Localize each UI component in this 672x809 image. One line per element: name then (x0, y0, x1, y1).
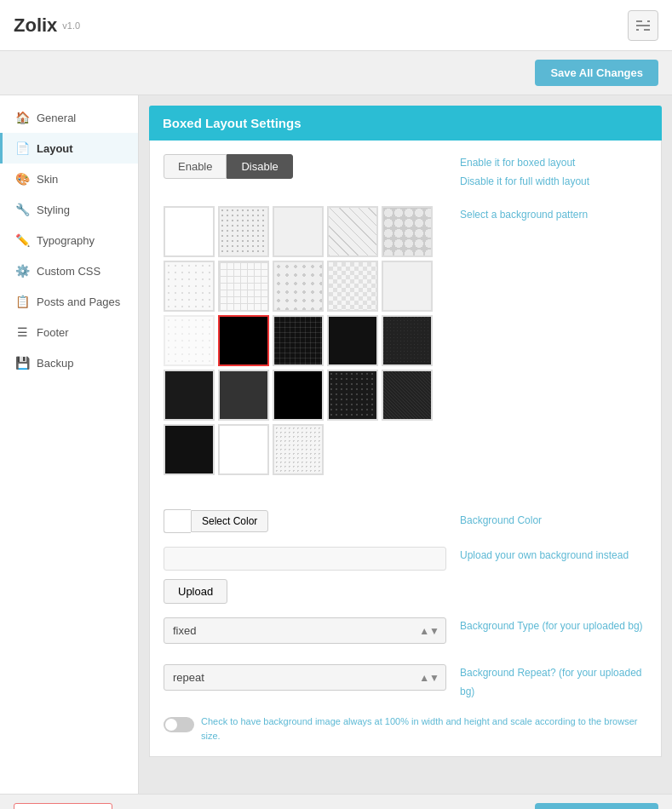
footer-icon: ☰ (14, 324, 30, 340)
pattern-empty[interactable] (164, 206, 215, 257)
select-color-button[interactable]: Select Color (191, 510, 268, 532)
sidebar-label-general: General (37, 112, 76, 124)
pattern-grid (164, 206, 446, 475)
sidebar: 🏠 General 📄 Layout 🎨 Skin 🔧 Styling ✏️ T… (0, 95, 139, 794)
pattern-diagonal[interactable] (327, 206, 378, 257)
color-swatch (164, 509, 191, 533)
pattern-dots-med[interactable] (273, 261, 324, 312)
app-name: Zolix (14, 14, 57, 37)
upload-button[interactable]: Upload (164, 579, 227, 604)
typography-icon: ✏️ (14, 232, 30, 248)
scale-toggle[interactable] (164, 717, 194, 732)
bg-color-hint: Background Color (460, 512, 647, 531)
upload-path-input[interactable] (164, 547, 446, 571)
layout-toggle-group: Enable Disable (164, 154, 446, 179)
pattern-texture-dark[interactable] (382, 315, 433, 366)
upload-hint: Upload your own background instead (460, 547, 647, 565)
sidebar-item-styling[interactable]: 🔧 Styling (0, 194, 138, 225)
svg-rect-2 (644, 29, 650, 31)
main-layout: 🏠 General 📄 Layout 🎨 Skin 🔧 Styling ✏️ T… (0, 95, 672, 794)
bg-color-hint-col: Background Color (460, 512, 647, 531)
pattern-dots-light[interactable] (218, 206, 269, 257)
svg-rect-4 (647, 20, 650, 22)
scale-row: Check to have background image always at… (164, 714, 647, 743)
sidebar-label-styling: Styling (37, 204, 70, 216)
bg-repeat-select[interactable]: repeat no-repeat repeat-x repeat-y (164, 664, 446, 691)
sidebar-item-layout[interactable]: 📄 Layout (0, 133, 138, 164)
pattern-grid-black[interactable] (273, 315, 324, 366)
svg-rect-1 (636, 25, 650, 26)
pattern-charcoal[interactable] (218, 370, 269, 421)
sidebar-item-footer[interactable]: ☰ Footer (0, 317, 138, 347)
sidebar-item-skin[interactable]: 🎨 Skin (0, 164, 138, 194)
toggle-section: Enable Disable (164, 154, 446, 192)
posts-icon: 📋 (14, 294, 30, 309)
enable-button[interactable]: Enable (164, 154, 227, 179)
top-toolbar: Save All Changes (0, 51, 672, 95)
sidebar-label-backup: Backup (37, 357, 73, 370)
pattern-plain-light[interactable] (382, 261, 433, 312)
save-bottom-button[interactable]: Save All Changes (535, 803, 658, 809)
pattern-solid-black2[interactable] (327, 315, 378, 366)
sidebar-item-backup[interactable]: 💾 Backup (0, 347, 138, 378)
pattern-solid-dark[interactable] (164, 370, 215, 421)
enable-hint: Enable it for boxed layout (460, 154, 647, 173)
pattern-light-2[interactable] (164, 315, 215, 366)
home-icon: 🏠 (14, 110, 30, 125)
color-row: Select Color (164, 509, 446, 533)
bg-repeat-hint-col: Background Repeat? (for your uploaded bg… (460, 664, 647, 701)
bg-type-hint-col: Background Type (for your uploaded bg) (460, 617, 647, 654)
bg-type-select-row: fixed scroll ▲▼ (164, 617, 446, 644)
bg-type-select[interactable]: fixed scroll (164, 617, 446, 644)
toggle-hints: Enable it for boxed layout Disable it fo… (460, 154, 647, 192)
upload-section: Upload (164, 547, 446, 604)
pattern-empty2[interactable] (218, 424, 269, 475)
svg-rect-3 (636, 29, 639, 31)
upload-hint-col: Upload your own background instead (460, 547, 647, 604)
pattern-hint: Select a background pattern (460, 206, 647, 225)
section-header: Boxed Layout Settings (149, 106, 662, 141)
pattern-grid-light[interactable] (218, 261, 269, 312)
bg-repeat-section: repeat no-repeat repeat-x repeat-y ▲▼ (164, 664, 446, 701)
sidebar-label-footer: Footer (37, 326, 69, 339)
pattern-black3[interactable] (273, 370, 324, 421)
pattern-small-dots[interactable] (273, 424, 324, 475)
content-area: Boxed Layout Settings Enable Disable Ena… (139, 95, 672, 794)
sidebar-label-custom-css: Custom CSS (37, 265, 101, 278)
pattern-light-dots[interactable] (164, 261, 215, 312)
pattern-dark-dots[interactable] (327, 370, 378, 421)
options-reset-button[interactable]: Options Reset (14, 803, 112, 809)
scale-hint: Check to have background image always at… (201, 714, 647, 743)
svg-rect-5 (636, 20, 639, 22)
styling-icon: 🔧 (14, 202, 30, 217)
sidebar-label-layout: Layout (37, 142, 73, 155)
pattern-check-light[interactable] (327, 261, 378, 312)
sidebar-label-skin: Skin (37, 173, 58, 186)
pattern-wave[interactable] (382, 206, 433, 257)
sidebar-label-typography: Typography (37, 234, 95, 247)
sidebar-item-typography[interactable]: ✏️ Typography (0, 225, 138, 255)
logo: Zolix v1.0 (14, 14, 80, 37)
bg-repeat-select-row: repeat no-repeat repeat-x repeat-y ▲▼ (164, 664, 446, 691)
skin-icon: 🎨 (14, 171, 30, 186)
bottom-bar: Options Reset Save All Changes (0, 794, 672, 809)
bg-type-section: fixed scroll ▲▼ (164, 617, 446, 654)
sidebar-item-general[interactable]: 🏠 General (0, 102, 138, 133)
save-top-button[interactable]: Save All Changes (535, 60, 658, 86)
pattern-solid-black-selected[interactable] (218, 315, 269, 366)
header: Zolix v1.0 (0, 0, 672, 51)
sidebar-item-posts-pages[interactable]: 📋 Posts and Pages (0, 286, 138, 317)
layout-icon: 📄 (14, 141, 30, 156)
disable-button[interactable]: Disable (227, 154, 292, 179)
bg-type-hint: Background Type (for your uploaded bg) (460, 617, 647, 636)
settings-icon[interactable] (628, 10, 658, 41)
sidebar-item-custom-css[interactable]: ⚙️ Custom CSS (0, 255, 138, 286)
pattern-cross[interactable] (273, 206, 324, 257)
pattern-section (164, 206, 446, 492)
pattern-dark-solid[interactable] (164, 424, 215, 475)
css-icon: ⚙️ (14, 263, 30, 278)
panel-body: Enable Disable Enable it for boxed layou… (149, 141, 662, 757)
pattern-dark-texture[interactable] (382, 370, 433, 421)
backup-icon: 💾 (14, 355, 30, 370)
section-title: Boxed Layout Settings (163, 116, 302, 130)
